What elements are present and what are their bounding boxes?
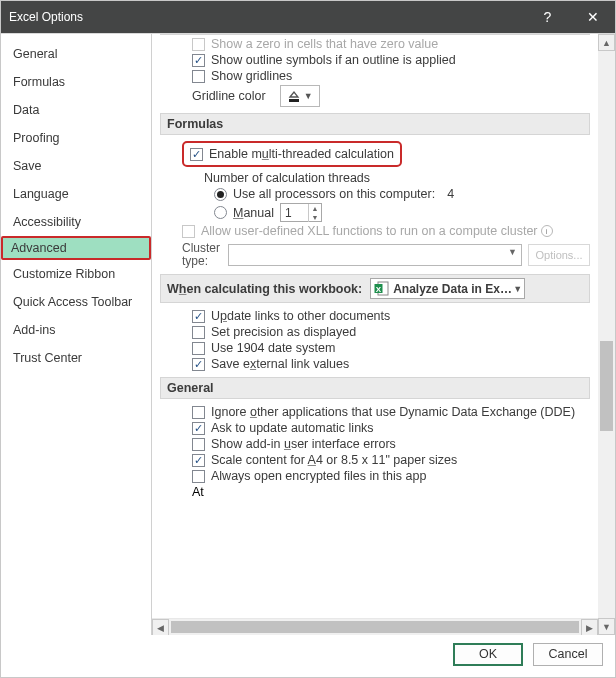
nav-advanced[interactable]: Advanced [1,236,151,260]
nav-quick-access-toolbar[interactable]: Quick Access Toolbar [1,288,151,316]
at-startup-label: At [192,485,590,499]
show-zero-label: Show a zero in cells that have zero valu… [211,37,438,51]
use-all-processors-label: Use all processors on this computer: [233,187,435,201]
nav-accessibility[interactable]: Accessibility [1,208,151,236]
manual-threads-radio[interactable] [214,206,227,219]
set-precision-row: Set precision as displayed [160,325,590,339]
nav-language[interactable]: Language [1,180,151,208]
section-formulas: Formulas [160,113,590,135]
show-gridlines-row: Show gridlines [160,69,590,83]
use-1904-row: Use 1904 date system [160,341,590,355]
scrollbar-horizontal[interactable]: ◀ ▶ [152,618,598,635]
cancel-button[interactable]: Cancel [533,643,603,666]
gridline-color-row: Gridline color ▼ [192,85,590,107]
excel-file-icon: X [374,281,389,296]
spin-up-icon[interactable]: ▲ [309,204,321,213]
save-external-checkbox[interactable] [192,358,205,371]
cluster-type-row: Cluster type: ▼ Options... [182,242,590,268]
gridline-color-dropdown[interactable]: ▼ [280,85,320,107]
use-all-processors-radio[interactable] [214,188,227,201]
manual-threads-value: 1 [281,206,308,220]
use-1904-checkbox[interactable] [192,342,205,355]
ask-update-checkbox[interactable] [192,422,205,435]
ask-update-label: Ask to update automatic links [211,421,374,435]
section-when-calculating: When calculating this workbook: X Analyz… [160,274,590,303]
gridline-color-label: Gridline color [192,89,266,103]
save-external-row: Save external link values [160,357,590,371]
ok-button[interactable]: OK [453,643,523,666]
section-when-calculating-label: When calculating this workbook: [167,282,362,296]
manual-threads-spinner[interactable]: 1 ▲▼ [280,203,322,222]
show-gridlines-label: Show gridlines [211,69,292,83]
show-outline-label: Show outline symbols if an outline is ap… [211,53,456,67]
update-links-row: Update links to other documents [160,309,590,323]
show-addin-errors-row: Show add-in user interface errors [160,437,590,451]
use-1904-label: Use 1904 date system [211,341,335,355]
manual-threads-row: Manual 1 ▲▼ [160,203,590,222]
show-outline-row: Show outline symbols if an outline is ap… [160,53,590,67]
allow-xll-row: Allow user-defined XLL functions to run … [182,224,590,238]
info-icon[interactable]: i [541,225,553,237]
nav-proofing[interactable]: Proofing [1,124,151,152]
scroll-up-button[interactable]: ▲ [598,34,615,51]
nav-formulas[interactable]: Formulas [1,68,151,96]
chevron-down-icon: ▼ [508,247,517,257]
show-outline-checkbox[interactable] [192,54,205,67]
category-nav: General Formulas Data Proofing Save Lang… [1,34,152,635]
spin-down-icon[interactable]: ▼ [309,213,321,222]
excel-options-dialog: Excel Options ? ✕ General Formulas Data … [0,0,616,678]
show-gridlines-checkbox[interactable] [192,70,205,83]
scroll-thumb-vertical[interactable] [600,341,613,431]
help-button[interactable]: ? [525,1,570,33]
cluster-type-dropdown[interactable]: ▼ [228,244,522,266]
update-links-checkbox[interactable] [192,310,205,323]
content-pane: ▲ ▼ ◀ ▶ Show a zero in cells that have z… [152,34,615,635]
processor-count: 4 [447,187,454,201]
cluster-type-label: Cluster type: [182,242,228,268]
enable-multithreaded-row: Enable multi-threaded calculation [182,141,590,167]
svg-rect-0 [289,99,299,102]
svg-text:X: X [376,285,382,294]
num-threads-label: Number of calculation threads [160,171,590,185]
set-precision-label: Set precision as displayed [211,325,356,339]
nav-trust-center[interactable]: Trust Center [1,344,151,372]
always-open-encrypted-checkbox[interactable] [192,470,205,483]
allow-xll-label: Allow user-defined XLL functions to run … [201,224,538,238]
enable-multithreaded-checkbox[interactable] [190,148,203,161]
show-addin-errors-label: Show add-in user interface errors [211,437,396,451]
scroll-left-button[interactable]: ◀ [152,619,169,635]
chevron-down-icon: ▼ [304,91,313,101]
save-external-label: Save external link values [211,357,349,371]
set-precision-checkbox[interactable] [192,326,205,339]
section-general: General [160,377,590,399]
ignore-dde-checkbox[interactable] [192,406,205,419]
scale-content-row: Scale content for A4 or 8.5 x 11" paper … [160,453,590,467]
show-addin-errors-checkbox[interactable] [192,438,205,451]
show-zero-checkbox[interactable] [192,38,205,51]
scroll-down-button[interactable]: ▼ [598,618,615,635]
nav-add-ins[interactable]: Add-ins [1,316,151,344]
always-open-encrypted-label: Always open encrypted files in this app [211,469,426,483]
ignore-dde-row: Ignore other applications that use Dynam… [160,405,590,419]
dialog-footer: OK Cancel [1,635,615,677]
use-all-processors-row: Use all processors on this computer: 4 [160,187,590,201]
cluster-options-button: Options... [528,244,590,266]
scale-content-checkbox[interactable] [192,454,205,467]
allow-xll-checkbox [182,225,195,238]
chevron-down-icon: ▼ [513,284,522,294]
enable-multithreaded-highlight: Enable multi-threaded calculation [182,141,402,167]
scroll-thumb-horizontal[interactable] [171,621,579,633]
scrollbar-vertical[interactable] [598,51,615,618]
nav-save[interactable]: Save [1,152,151,180]
always-open-encrypted-row: Always open encrypted files in this app [160,469,590,483]
scroll-right-button[interactable]: ▶ [581,619,598,635]
show-zero-row: Show a zero in cells that have zero valu… [160,37,590,51]
enable-multithreaded-label: Enable multi-threaded calculation [209,147,394,161]
close-button[interactable]: ✕ [570,1,615,33]
fill-color-icon [287,89,301,103]
workbook-dropdown[interactable]: X Analyze Data in Exc… ▼ [370,278,525,299]
nav-customize-ribbon[interactable]: Customize Ribbon [1,260,151,288]
nav-general[interactable]: General [1,40,151,68]
ignore-dde-label: Ignore other applications that use Dynam… [211,405,575,419]
nav-data[interactable]: Data [1,96,151,124]
